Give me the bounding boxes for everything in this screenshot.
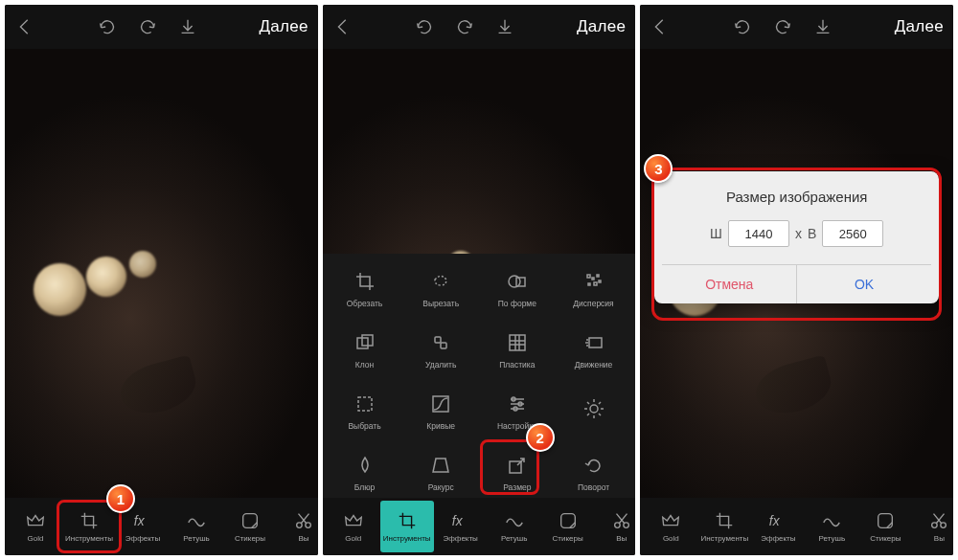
- image-canvas[interactable]: [5, 49, 318, 498]
- bottom-item-sticker[interactable]: Стикеры: [858, 501, 912, 552]
- tool-crop[interactable]: Обрезать: [327, 258, 403, 319]
- cancel-button[interactable]: Отмена: [662, 265, 797, 303]
- bottom-item-cut[interactable]: Вы: [595, 501, 636, 552]
- tool-curves[interactable]: Кривые: [402, 380, 479, 441]
- download-icon[interactable]: [812, 16, 833, 37]
- undo-icon[interactable]: [732, 16, 753, 37]
- bottom-item-fx[interactable]: Эффекты: [434, 501, 488, 552]
- tutorial-screenshots: Далее GoldИнструментыЭффектыРетушьСтикер…: [0, 0, 958, 560]
- tool-motion[interactable]: Движение: [556, 319, 632, 380]
- screen-2: Далее ОбрезатьВырезатьПо формеДисперсияК…: [323, 5, 636, 555]
- topbar: Далее: [640, 5, 953, 49]
- callout-badge-2: 2: [526, 423, 555, 452]
- tool-eraser[interactable]: Удалить: [402, 319, 479, 380]
- dimension-row: Ш x В: [662, 220, 931, 247]
- bottom-item-retouch[interactable]: Ретушь: [805, 501, 858, 552]
- tool-dispersion[interactable]: Дисперсия: [556, 258, 632, 319]
- tool-enhance[interactable]: [556, 380, 632, 441]
- redo-icon[interactable]: [772, 16, 793, 37]
- bottom-item-crown[interactable]: Gold: [327, 501, 380, 552]
- back-icon[interactable]: [650, 16, 671, 37]
- bottom-item-crop[interactable]: Инструменты: [62, 501, 116, 552]
- tool-blur[interactable]: Блюр: [327, 441, 403, 503]
- undo-icon[interactable]: [97, 16, 118, 37]
- ok-button[interactable]: OK: [797, 265, 931, 303]
- bottom-item-sticker[interactable]: Стикеры: [223, 501, 277, 552]
- tools-panel: ОбрезатьВырезатьПо формеДисперсияКлонУда…: [323, 254, 636, 498]
- redo-icon[interactable]: [137, 16, 158, 37]
- tool-shape[interactable]: По форме: [479, 258, 556, 319]
- height-label: В: [808, 226, 816, 241]
- redo-icon[interactable]: [454, 16, 475, 37]
- topbar: Далее: [323, 5, 636, 49]
- tool-rotate[interactable]: Поворот: [556, 441, 632, 503]
- bottom-item-fx[interactable]: Эффекты: [751, 501, 805, 552]
- bottom-item-retouch[interactable]: Ретушь: [488, 501, 541, 552]
- topbar: Далее: [5, 5, 318, 49]
- width-input[interactable]: [728, 220, 789, 247]
- tool-mesh[interactable]: Пластика: [479, 319, 556, 380]
- x-separator: x: [795, 226, 802, 241]
- screen-3: Далее Размер изображения Ш x В Отмена OK…: [640, 5, 953, 555]
- width-label: Ш: [710, 226, 722, 241]
- bottom-item-crop[interactable]: Инструменты: [380, 501, 434, 552]
- bottom-toolbar: GoldИнструментыЭффектыРетушьСтикерыВы: [323, 498, 636, 555]
- bottom-item-crop[interactable]: Инструменты: [697, 501, 751, 552]
- bottom-item-sticker[interactable]: Стикеры: [541, 501, 595, 552]
- bottom-item-crown[interactable]: Gold: [644, 501, 697, 552]
- callout-badge-1: 1: [106, 484, 135, 513]
- height-input[interactable]: [822, 220, 883, 247]
- back-icon[interactable]: [332, 16, 354, 37]
- bottom-toolbar: GoldИнструментыЭффектыРетушьСтикерыВы: [640, 498, 953, 555]
- download-icon[interactable]: [494, 16, 515, 37]
- bottom-item-cut[interactable]: Вы: [277, 501, 318, 552]
- tool-perspective[interactable]: Ракурс: [402, 441, 479, 503]
- tool-select[interactable]: Выбрать: [327, 380, 403, 441]
- dialog-title: Размер изображения: [662, 189, 931, 205]
- tool-lasso[interactable]: Вырезать: [402, 258, 479, 319]
- undo-icon[interactable]: [414, 16, 435, 37]
- back-icon[interactable]: [14, 16, 35, 37]
- bottom-toolbar: GoldИнструментыЭффектыРетушьСтикерыВы: [5, 498, 318, 555]
- next-button[interactable]: Далее: [577, 17, 626, 36]
- tool-clone[interactable]: Клон: [327, 319, 403, 380]
- next-button[interactable]: Далее: [259, 17, 308, 36]
- bottom-item-crown[interactable]: Gold: [9, 501, 62, 552]
- download-icon[interactable]: [177, 16, 198, 37]
- bottom-item-cut[interactable]: Вы: [912, 501, 953, 552]
- screen-1: Далее GoldИнструментыЭффектыРетушьСтикер…: [5, 5, 318, 555]
- bottom-item-retouch[interactable]: Ретушь: [170, 501, 223, 552]
- next-button[interactable]: Далее: [895, 17, 944, 36]
- resize-dialog: Размер изображения Ш x В Отмена OK: [654, 171, 939, 303]
